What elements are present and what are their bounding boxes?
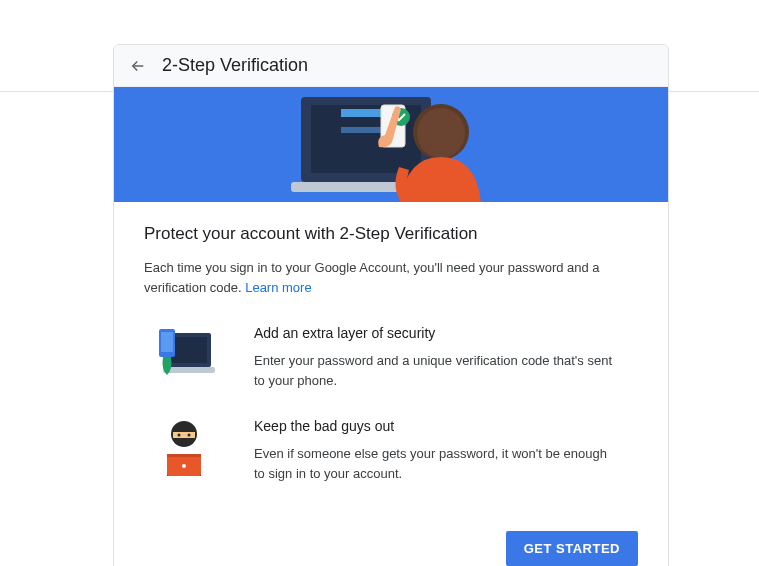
description-text: Each time you sign in to your Google Acc… bbox=[144, 260, 600, 295]
thief-icon bbox=[144, 418, 224, 476]
footer-actions: GET STARTED bbox=[144, 511, 638, 566]
svg-rect-10 bbox=[171, 337, 207, 363]
page-title: 2-Step Verification bbox=[162, 55, 308, 76]
feature-security-title: Add an extra layer of security bbox=[254, 325, 618, 341]
feature-badguys: Keep the bad guys out Even if someone el… bbox=[144, 418, 638, 483]
svg-point-17 bbox=[188, 434, 191, 437]
main-description: Each time you sign in to your Google Acc… bbox=[144, 258, 638, 297]
feature-security: Add an extra layer of security Enter you… bbox=[144, 325, 638, 390]
feature-badguys-desc: Even if someone else gets your password,… bbox=[254, 444, 618, 483]
feature-security-text: Add an extra layer of security Enter you… bbox=[224, 325, 638, 390]
header-bar: 2-Step Verification bbox=[114, 45, 668, 87]
svg-rect-13 bbox=[161, 332, 173, 352]
two-step-card: 2-Step Verification Protect your account… bbox=[113, 44, 669, 566]
feature-security-desc: Enter your password and a unique verific… bbox=[254, 351, 618, 390]
get-started-button[interactable]: GET STARTED bbox=[506, 531, 638, 566]
features-list: Add an extra layer of security Enter you… bbox=[144, 325, 638, 483]
phone-laptop-icon bbox=[144, 325, 224, 377]
feature-badguys-text: Keep the bad guys out Even if someone el… bbox=[224, 418, 638, 483]
svg-point-16 bbox=[178, 434, 181, 437]
svg-rect-15 bbox=[173, 432, 195, 438]
main-title: Protect your account with 2-Step Verific… bbox=[144, 224, 638, 244]
svg-point-8 bbox=[417, 108, 465, 158]
learn-more-link[interactable]: Learn more bbox=[245, 280, 311, 295]
content-area: Protect your account with 2-Step Verific… bbox=[114, 202, 668, 566]
hero-illustration bbox=[114, 87, 668, 202]
svg-rect-19 bbox=[167, 454, 201, 457]
back-arrow-icon[interactable] bbox=[128, 56, 148, 76]
svg-point-20 bbox=[182, 464, 186, 468]
feature-badguys-title: Keep the bad guys out bbox=[254, 418, 618, 434]
